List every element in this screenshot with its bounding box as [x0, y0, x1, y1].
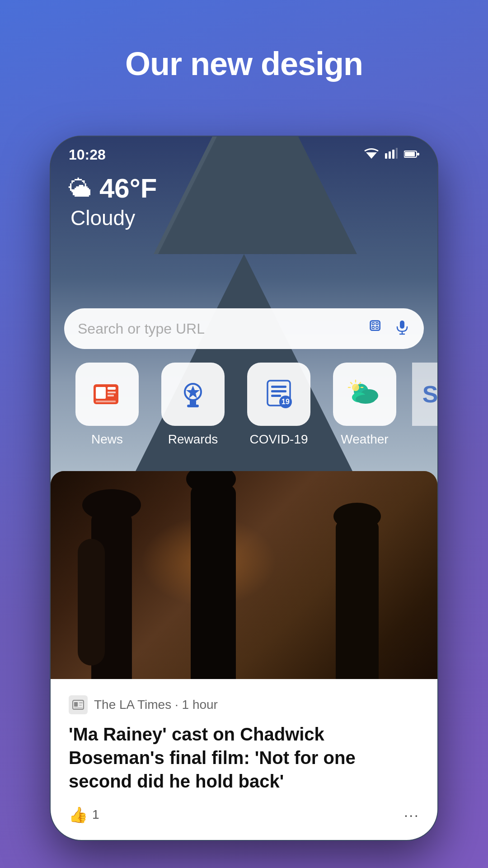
- svg-rect-45: [79, 705, 82, 706]
- quick-item-covid[interactable]: 19 COVID-19: [240, 363, 317, 447]
- news-label: News: [91, 432, 123, 447]
- weather-condition: Cloudy: [70, 206, 157, 230]
- news-source-row: The LA Times · 1 hour: [69, 695, 419, 714]
- svg-rect-21: [96, 401, 116, 402]
- lens-icon[interactable]: [368, 318, 385, 340]
- svg-rect-2: [389, 151, 391, 159]
- svg-marker-23: [186, 386, 200, 398]
- news-image: [51, 471, 437, 679]
- svg-rect-7: [417, 153, 419, 156]
- like-emoji: 👍: [69, 806, 88, 824]
- rewards-icon-box: [161, 363, 225, 426]
- svg-text:19: 19: [282, 398, 290, 406]
- phone-mockup: 10:28: [50, 136, 438, 841]
- svg-rect-9: [372, 322, 375, 325]
- svg-line-40: [359, 382, 361, 384]
- rewards-label: Rewards: [168, 432, 218, 447]
- news-source-text: The LA Times · 1 hour: [94, 698, 218, 712]
- svg-rect-18: [108, 387, 116, 390]
- svg-rect-13: [400, 321, 404, 329]
- temperature: 46°F: [99, 173, 157, 204]
- news-actions: 👍 1 ···: [69, 806, 419, 824]
- source-icon: [69, 695, 88, 714]
- signal-icon: [385, 148, 398, 162]
- svg-rect-19: [108, 392, 116, 393]
- svg-rect-8: [371, 321, 380, 330]
- news-icon-box: [75, 363, 139, 426]
- svg-rect-11: [372, 326, 375, 329]
- svg-rect-44: [79, 702, 83, 703]
- weather-icon-box: [333, 363, 396, 426]
- svg-rect-17: [96, 387, 106, 399]
- news-headline: 'Ma Rainey' cast on Chadwick Boseman's f…: [69, 722, 419, 793]
- svg-rect-28: [271, 390, 286, 392]
- svg-rect-29: [271, 395, 281, 397]
- s-icon-letter: S: [422, 381, 437, 408]
- quick-item-rewards[interactable]: Rewards: [155, 363, 231, 447]
- weather-label: Weather: [341, 432, 388, 447]
- svg-marker-0: [366, 152, 377, 159]
- svg-line-41: [351, 382, 352, 384]
- quick-access-row: News Rewards: [60, 363, 437, 447]
- news-content: The LA Times · 1 hour 'Ma Rainey' cast o…: [51, 679, 437, 840]
- svg-rect-43: [74, 702, 78, 707]
- svg-rect-25: [187, 405, 199, 407]
- svg-point-35: [356, 395, 375, 404]
- svg-point-36: [352, 384, 359, 391]
- search-bar[interactable]: Search or type URL: [64, 308, 424, 349]
- covid-label: COVID-19: [249, 432, 308, 447]
- svg-rect-46: [74, 708, 83, 708]
- news-card: The LA Times · 1 hour 'Ma Rainey' cast o…: [51, 471, 437, 840]
- svg-rect-4: [396, 148, 398, 159]
- weather-info: 🌥 46°F Cloudy: [69, 173, 157, 230]
- wifi-icon: [364, 148, 379, 162]
- s-icon-box: S: [412, 363, 437, 426]
- search-action-icons: [368, 318, 410, 340]
- quick-item-s[interactable]: S: [412, 363, 437, 447]
- battery-icon: [404, 148, 419, 162]
- svg-rect-3: [392, 150, 394, 159]
- svg-rect-6: [405, 152, 415, 156]
- search-placeholder: Search or type URL: [78, 321, 368, 337]
- like-count: 1: [92, 807, 99, 822]
- svg-rect-10: [376, 322, 378, 325]
- status-bar: 10:28: [51, 137, 437, 168]
- svg-rect-1: [385, 153, 387, 159]
- svg-rect-20: [108, 395, 114, 396]
- quick-item-news[interactable]: News: [69, 363, 145, 447]
- cloud-icon: 🌥: [69, 175, 92, 202]
- like-button[interactable]: 👍 1: [69, 806, 99, 824]
- quick-item-weather[interactable]: Weather: [326, 363, 403, 447]
- page-title: Our new design: [0, 0, 488, 82]
- status-icons: [364, 148, 419, 162]
- mic-icon[interactable]: [394, 319, 410, 339]
- more-options-button[interactable]: ···: [404, 806, 419, 824]
- svg-rect-12: [376, 326, 378, 329]
- covid-icon-box: 19: [247, 363, 310, 426]
- status-time: 10:28: [69, 146, 106, 163]
- svg-rect-27: [271, 386, 286, 388]
